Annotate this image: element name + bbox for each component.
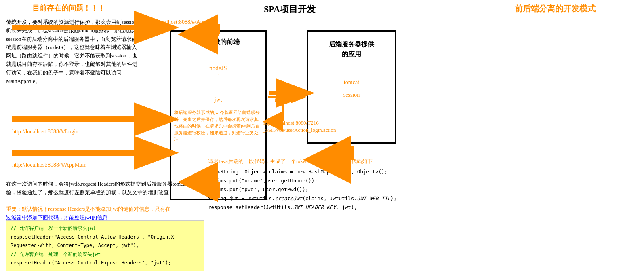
right-title: 前后端分离的开发模式 — [515, 3, 596, 14]
left-content: 传统开发，要对系统的资源进行保护，那么会用到session机制来完成，那么ses… — [6, 18, 141, 85]
code-section-label: 请求Java后端的一段代码，生成了一个token令牌（jwt），具体代码如下 — [208, 158, 459, 165]
center-title: SPA项目开发 — [65, 3, 515, 15]
yellow-code-line2: resp.setHeader("Access-Control-Expose-He… — [11, 259, 200, 268]
backend-tomcat-label: tomcat — [308, 79, 395, 86]
header-area: 目前存在的问题！！！ SPA项目开发 前后端分离的开发模式 — [0, 0, 644, 15]
code-line-3: claims.put("pwd", user.getPwd()); — [208, 185, 459, 194]
backend-session-label: session — [308, 92, 395, 98]
code-line-4: String jwt = JwtUtils.createJwt(claims, … — [208, 194, 459, 203]
url-appMain-bottom-label: http://localhost:8088/#/AppMain — [12, 162, 86, 168]
code-line-1: Map<String, Object> claims = new HashMap… — [208, 167, 459, 176]
url-login-label: http://localhost:8088/#/Login — [12, 129, 78, 135]
visit-desc-text: 在这一次访问的时候，会将jwt以request Headers的形式提交到后端服… — [6, 180, 204, 197]
vue-jwt-label: jwt — [171, 96, 265, 103]
yellow-code-comment2: // 允许客户端，处理一个新的响应头jwt — [11, 250, 200, 259]
left-paragraph1: 传统开发，要对系统的资源进行保护，那么会用到session机制来完成，那么ses… — [6, 18, 141, 85]
cross-domain-label: 跨域 — [275, 95, 288, 104]
vue-jwt-desc: 将后端服务器形成的jwt令牌返回给前端服务器，完事之后并保存，然后每次再次请求其… — [171, 105, 265, 147]
important-label: 重要：默认情况下response Headers是不能添加jwt的键值对信息，只… — [6, 206, 170, 212]
code-line-5: response.setHeader(JwtUtils.JWT_HEADER_K… — [208, 203, 459, 212]
vue-box-title: Vue所做的前端 — [171, 32, 265, 53]
code-section: 请求Java后端的一段代码，生成了一个token令牌（jwt），具体代码如下 M… — [208, 158, 459, 212]
url-backend-label: http://localhost:8080/T216 _SSH/vue/user… — [263, 119, 336, 134]
vue-nodejs-label: nodeJS — [171, 65, 265, 72]
vue-dot: . — [171, 72, 265, 76]
code-block: Map<String, Object> claims = new HashMap… — [208, 167, 459, 212]
yellow-code-comment1: // 允许客户端，发一个新的请求头jwt — [11, 224, 200, 233]
backend-box-title: 后端服务器提供 的应用 — [308, 32, 395, 67]
yellow-code-box: // 允许客户端，发一个新的请求头jwt resp.setHeader("Acc… — [6, 220, 204, 271]
code-line-2: claims.put("uname",user.getUname()); — [208, 176, 459, 185]
page-container: 目前存在的问题！！！ SPA项目开发 前后端分离的开发模式 传统开发，要对系统的… — [0, 0, 644, 275]
important-text: 重要：默认情况下response Headers是不能添加jwt的键值对信息，只… — [6, 205, 204, 214]
url-appMain-top: http://localhost:8088/#/AppMain — [143, 19, 218, 25]
yellow-code-line1: resp.setHeader("Access-Control-Allow-Hea… — [11, 233, 200, 250]
